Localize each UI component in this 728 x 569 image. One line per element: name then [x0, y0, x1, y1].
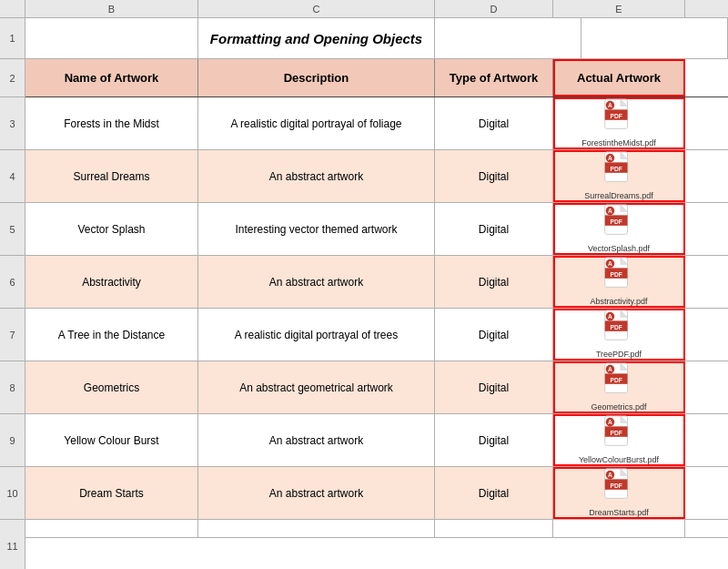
cell-type: Digital [435, 467, 553, 519]
empty-d [435, 520, 553, 537]
pdf-filename: SurrealDreams.pdf [584, 191, 653, 201]
svg-text:A: A [608, 314, 612, 320]
row-num-10: 10 [0, 467, 25, 520]
row-num-1: 1 [0, 18, 25, 59]
column-headers: B C D E [0, 0, 728, 18]
cell-name: Surreal Dreams [25, 150, 198, 202]
pdf-filename: TreePDF.pdf [596, 350, 642, 360]
cell-artwork[interactable]: PDF A DreamStarts.pdf [553, 467, 685, 519]
cell-artwork[interactable]: PDF A YellowColourBurst.pdf [553, 414, 685, 466]
svg-text:A: A [608, 103, 612, 109]
pdf-filename: Abstractivity.pdf [591, 297, 648, 307]
svg-text:PDF: PDF [610, 430, 622, 436]
table-area: Formatting and Opening Objects Name of A… [25, 18, 728, 569]
pdf-icon-wrapper[interactable]: PDF A Abstractivity.pdf [591, 257, 648, 307]
pdf-filename: DreamStarts.pdf [589, 508, 649, 518]
cell-artwork[interactable]: PDF A ForestintheMidst.pdf [553, 97, 685, 149]
svg-text:A: A [608, 208, 612, 215]
table-row: Abstractivity An abstract artwork Digita… [25, 256, 728, 309]
pdf-icon-wrapper[interactable]: PDF A DreamStarts.pdf [589, 468, 649, 518]
col-header-c[interactable]: C [198, 0, 435, 17]
header-row: Name of Artwork Description Type of Artw… [25, 59, 728, 97]
cell-description: An abstract artwork [198, 414, 435, 466]
col-header-d[interactable]: D [435, 0, 553, 17]
spreadsheet-body: 1 2 3 4 5 6 7 8 9 10 11 12 Formatting an… [0, 18, 728, 569]
table-row: A Tree in the Distance A realistic digit… [25, 309, 728, 361]
pdf-icon: PDF A [602, 415, 635, 453]
title-cell-d [435, 18, 581, 58]
pdf-icon: PDF A [602, 257, 635, 295]
pdf-icon-wrapper[interactable]: PDF A SurrealDreams.pdf [584, 151, 653, 201]
title-cell-e [581, 18, 728, 58]
col-header-e[interactable]: E [553, 0, 685, 17]
table-row: Geometrics An abstract geometrical artwo… [25, 361, 728, 414]
pdf-filename: VectorSplash.pdf [588, 244, 650, 254]
row-num-3: 3 [0, 97, 25, 150]
svg-text:A: A [608, 420, 612, 426]
svg-text:A: A [608, 261, 612, 268]
spreadsheet: B C D E 1 2 3 4 5 6 7 8 9 10 11 12 Forma… [0, 0, 728, 569]
svg-text:A: A [608, 156, 612, 162]
svg-text:PDF: PDF [610, 483, 622, 489]
table-row: Forests in the Midst A realistic digital… [25, 97, 728, 150]
empty-b [25, 520, 198, 537]
svg-text:PDF: PDF [610, 166, 622, 172]
pdf-icon-wrapper[interactable]: PDF A ForestintheMidst.pdf [581, 98, 656, 148]
header-type: Type of Artwork [435, 59, 553, 97]
cell-name: Dream Starts [25, 467, 198, 519]
table-row: Dream Starts An abstract artwork Digital… [25, 467, 728, 520]
header-name: Name of Artwork [25, 59, 198, 97]
table-row: Vector Splash Interesting vector themed … [25, 203, 728, 256]
row-num-2: 2 [0, 59, 25, 97]
cell-type: Digital [435, 203, 553, 255]
cell-artwork[interactable]: PDF A Geometrics.pdf [553, 361, 685, 413]
row-num-7: 7 [0, 309, 25, 361]
cell-name: A Tree in the Distance [25, 309, 198, 361]
cell-name: Vector Splash [25, 203, 198, 255]
header-artwork: Actual Artwork [553, 59, 685, 97]
cell-name: Abstractivity [25, 256, 198, 308]
pdf-icon-wrapper[interactable]: PDF A TreePDF.pdf [596, 310, 642, 360]
pdf-icon-wrapper[interactable]: PDF A YellowColourBurst.pdf [579, 415, 659, 465]
row-numbers: 1 2 3 4 5 6 7 8 9 10 11 12 [0, 18, 25, 569]
pdf-icon: PDF A [602, 151, 635, 189]
cell-artwork[interactable]: PDF A SurrealDreams.pdf [553, 150, 685, 202]
svg-text:PDF: PDF [610, 324, 622, 330]
pdf-icon-wrapper[interactable]: PDF A Geometrics.pdf [591, 362, 646, 412]
header-description: Description [198, 59, 435, 97]
svg-text:A: A [608, 472, 612, 479]
row-num-8: 8 [0, 361, 25, 414]
cell-type: Digital [435, 97, 553, 149]
table-row: Surreal Dreams An abstract artwork Digit… [25, 150, 728, 203]
row-12-empty [25, 520, 728, 538]
cell-artwork[interactable]: PDF A TreePDF.pdf [553, 309, 685, 361]
cell-description: An abstract artwork [198, 256, 435, 308]
pdf-icon-wrapper[interactable]: PDF A VectorSplash.pdf [588, 204, 650, 254]
cell-description: Interesting vector themed artwork [198, 203, 435, 255]
cell-artwork[interactable]: PDF A VectorSplash.pdf [553, 203, 685, 255]
svg-text:PDF: PDF [610, 218, 622, 225]
cell-description: An abstract artwork [198, 467, 435, 519]
row-num-5: 5 [0, 203, 25, 256]
svg-text:PDF: PDF [610, 271, 622, 278]
row-num-11: 11 [0, 520, 25, 569]
cell-type: Digital [435, 309, 553, 361]
title-cell-b [25, 18, 198, 58]
cell-name: Forests in the Midst [25, 97, 198, 149]
pdf-icon: PDF A [602, 362, 635, 401]
cell-artwork[interactable]: PDF A Abstractivity.pdf [553, 256, 685, 308]
cell-description: A realistic digital portrayal of trees [198, 309, 435, 361]
pdf-filename: ForestintheMidst.pdf [581, 138, 656, 148]
cell-type: Digital [435, 150, 553, 202]
cell-description: An abstract artwork [198, 150, 435, 202]
cell-type: Digital [435, 361, 553, 413]
pdf-icon: PDF A [602, 204, 635, 242]
cell-name: Geometrics [25, 361, 198, 413]
data-rows: Forests in the Midst A realistic digital… [25, 97, 728, 520]
empty-c [198, 520, 435, 537]
corner-cell [0, 0, 25, 17]
empty-e [553, 520, 685, 537]
title-row: Formatting and Opening Objects [25, 18, 728, 59]
row-num-4: 4 [0, 150, 25, 203]
col-header-b[interactable]: B [25, 0, 198, 17]
